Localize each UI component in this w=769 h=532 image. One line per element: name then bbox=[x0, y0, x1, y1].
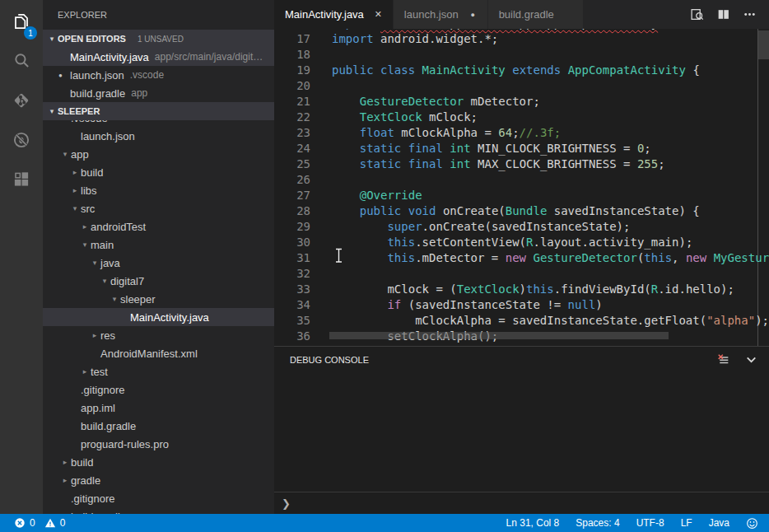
editor-vertical-scrollbar[interactable] bbox=[758, 30, 769, 59]
open-editor-row[interactable]: MainActivity.javaapp/src/main/java/digit… bbox=[43, 48, 274, 66]
line-number: 23 bbox=[274, 125, 310, 141]
code-lines: 16import android.support.v7.app.AppCompa… bbox=[274, 29, 769, 344]
file-description: .vscode bbox=[130, 69, 164, 81]
open-preview-icon[interactable] bbox=[690, 7, 704, 21]
tree-item-label: libs bbox=[81, 184, 97, 197]
open-editor-row[interactable]: ●launch.json.vscode bbox=[43, 66, 274, 84]
line-number: 19 bbox=[274, 63, 310, 78]
line-number: 29 bbox=[274, 219, 310, 235]
feedback-smiley-icon[interactable] bbox=[746, 517, 758, 530]
open-editor-row[interactable]: build.gradleapp bbox=[43, 84, 274, 102]
tree-item[interactable]: ▸res bbox=[43, 326, 274, 344]
clear-console-icon[interactable] bbox=[716, 352, 730, 366]
code-line: 34 if (savedInstanceState != null) bbox=[274, 297, 769, 313]
line-number: 17 bbox=[274, 31, 310, 47]
tree-item[interactable]: build.gradle bbox=[43, 507, 274, 514]
code-line: 30 this.setContentView(R.layout.activity… bbox=[274, 235, 769, 250]
panel-title[interactable]: DEBUG CONSOLE bbox=[290, 355, 369, 365]
close-icon[interactable]: ✕ bbox=[371, 9, 385, 20]
tree-item[interactable]: ▾java bbox=[43, 254, 274, 272]
dirty-dot-icon: ● bbox=[58, 72, 70, 79]
chevron-down-icon: ▾ bbox=[46, 35, 58, 43]
tree-item-label: java bbox=[100, 257, 120, 269]
more-actions-icon[interactable] bbox=[743, 7, 757, 21]
explorer-sidebar: EXPLORER ▾ OPEN EDITORS 1 UNSAVED MainAc… bbox=[43, 0, 274, 514]
activity-item-source-control[interactable] bbox=[0, 82, 43, 122]
tree-item[interactable]: ▾src bbox=[43, 199, 274, 217]
line-text: float mClockAlpha = 64;//.3f; bbox=[332, 125, 561, 141]
tree-item[interactable]: launch.json bbox=[43, 127, 274, 145]
tree-item-label: sleeper bbox=[120, 293, 156, 306]
line-text: public class MainActivity extends AppCom… bbox=[332, 63, 700, 78]
tree-item[interactable]: ▾app bbox=[43, 145, 274, 163]
tree-item[interactable]: MainActivity.java bbox=[43, 308, 274, 326]
activity-item-extensions[interactable] bbox=[0, 161, 43, 201]
tree-item[interactable]: ▸androidTest bbox=[43, 217, 274, 236]
folder-section-header[interactable]: ▾ SLEEPER bbox=[43, 102, 274, 120]
tree-item-label: main bbox=[91, 239, 114, 251]
tab-build.gradle[interactable]: build.gradle bbox=[488, 0, 584, 29]
tree-item[interactable]: ▸build bbox=[43, 453, 274, 471]
debug-console-input[interactable]: ❯ bbox=[274, 492, 769, 514]
tree-item[interactable]: build.gradle bbox=[43, 417, 274, 435]
line-number: 24 bbox=[274, 141, 310, 156]
tree-item[interactable]: ▾digital7 bbox=[43, 272, 274, 290]
tree-item[interactable]: ▸gradle bbox=[43, 471, 274, 489]
source-control-icon bbox=[11, 90, 32, 114]
cursor-position[interactable]: Ln 31, Col 8 bbox=[506, 517, 560, 529]
line-text: static final int MAX_CLOCK_BRIGHTNESS = … bbox=[332, 156, 665, 172]
tree-item-label: test bbox=[91, 366, 108, 378]
tree-item[interactable]: ▸libs bbox=[43, 181, 274, 199]
eol-sequence[interactable]: LF bbox=[681, 517, 692, 529]
unsaved-count-badge: 1 UNSAVED bbox=[137, 35, 184, 44]
editor-horizontal-scrollbar[interactable] bbox=[329, 332, 669, 339]
dirty-dot-icon[interactable]: ● bbox=[466, 11, 480, 19]
warning-count: 0 bbox=[60, 517, 66, 529]
tree-item-label: proguard-rules.pro bbox=[81, 438, 169, 450]
line-number: 35 bbox=[274, 313, 310, 329]
problems-status[interactable]: 0 0 bbox=[0, 517, 65, 529]
chevron-down-icon[interactable] bbox=[744, 352, 758, 366]
open-editors-header[interactable]: ▾ OPEN EDITORS 1 UNSAVED bbox=[43, 30, 274, 48]
line-number: 34 bbox=[274, 297, 310, 313]
tree-item-label: .gitignore bbox=[81, 384, 124, 396]
encoding[interactable]: UTF-8 bbox=[636, 517, 664, 529]
tree-item[interactable]: .gitignore bbox=[43, 489, 274, 507]
activity-item-files[interactable]: 1 bbox=[0, 3, 43, 43]
indentation[interactable]: Spaces: 4 bbox=[576, 517, 619, 529]
file-description: app/src/main/java/digit… bbox=[155, 51, 263, 63]
twistie-open-icon: ▾ bbox=[99, 277, 110, 285]
twistie-closed-icon: ▸ bbox=[59, 476, 71, 484]
activity-item-search[interactable] bbox=[0, 43, 43, 82]
tree-item[interactable]: .gitignore bbox=[43, 380, 274, 399]
code-editor[interactable]: 16import android.support.v7.app.AppCompa… bbox=[274, 29, 769, 346]
tree-item[interactable]: ▸test bbox=[43, 362, 274, 380]
line-text: super.onCreate(savedInstanceState); bbox=[332, 219, 630, 235]
line-number: 36 bbox=[274, 329, 310, 344]
tree-item[interactable]: proguard-rules.pro bbox=[43, 435, 274, 453]
tab-MainActivity.java[interactable]: MainActivity.java✕ bbox=[274, 0, 394, 29]
tree-item[interactable]: ▸build bbox=[43, 163, 274, 181]
line-number: 20 bbox=[274, 78, 310, 94]
error-count: 0 bbox=[30, 517, 35, 529]
twistie-open-icon: ▾ bbox=[109, 295, 120, 303]
line-number: 31 bbox=[274, 250, 310, 266]
language-mode[interactable]: Java bbox=[709, 517, 729, 529]
tree-item[interactable]: app.iml bbox=[43, 399, 274, 417]
tab-launch.json[interactable]: launch.json● bbox=[394, 0, 488, 29]
line-number: 21 bbox=[274, 94, 310, 110]
tree-item[interactable]: ▾sleeper bbox=[43, 290, 274, 308]
tree-item[interactable]: ▾main bbox=[43, 236, 274, 254]
code-line: 28 public void onCreate(Bundle savedInst… bbox=[274, 203, 769, 219]
twistie-open-icon: ▾ bbox=[89, 259, 100, 267]
twistie-closed-icon: ▸ bbox=[89, 331, 100, 339]
tree-item-label: gradle bbox=[71, 474, 100, 487]
twistie-open-icon: ▾ bbox=[59, 150, 71, 158]
tab-list: MainActivity.java✕launch.json●build.grad… bbox=[274, 0, 584, 29]
panel-header: DEBUG CONSOLE bbox=[274, 347, 769, 372]
split-editor-icon[interactable] bbox=[716, 7, 730, 21]
open-editors-list: MainActivity.javaapp/src/main/java/digit… bbox=[43, 48, 274, 102]
tree-item[interactable]: AndroidManifest.xml bbox=[43, 344, 274, 362]
line-number: 18 bbox=[274, 47, 310, 63]
activity-item-debug[interactable] bbox=[0, 122, 43, 161]
